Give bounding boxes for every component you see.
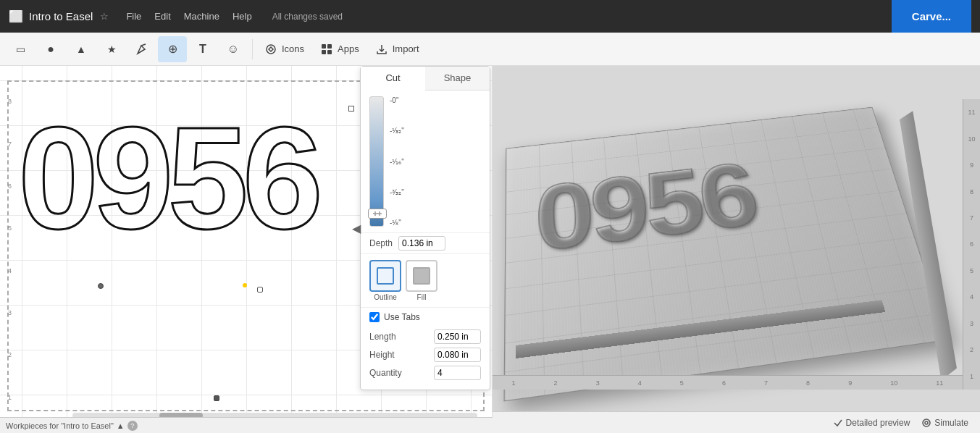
depth-marks: -0" -¹⁄₃₂" -¹⁄₁₆" -³⁄₃₂" -¹⁄₈" [390, 96, 404, 227]
apps-tool[interactable]: Apps [313, 36, 367, 62]
toolbar-separator-1 [252, 39, 253, 59]
simulate-button[interactable]: Simulate [921, 418, 968, 428]
carve-button[interactable]: Carve... [892, 0, 971, 33]
menu-help[interactable]: Help [233, 11, 252, 22]
preview-footer: Detailed preview Simulate [493, 411, 980, 433]
menu-machine[interactable]: Machine [184, 11, 219, 22]
import-label: Import [393, 43, 419, 54]
height-label: Height [369, 350, 395, 360]
star-tool[interactable]: ★ [97, 36, 126, 62]
triangle-tool[interactable]: ▲ [67, 36, 96, 62]
main-content: 8 7 6 5 4 3 2 1 0956 1 2 3 4 5 6 7 8 [0, 66, 980, 433]
workpieces-label: Workpieces for "Intro to Easel" [6, 421, 114, 430]
length-label: Length [369, 332, 396, 342]
crosshair-tool[interactable]: ⊕ [158, 36, 187, 62]
quantity-field-row: Quantity [369, 366, 481, 380]
tab-cut[interactable]: Cut [361, 67, 425, 91]
svg-point-10 [925, 421, 928, 424]
3d-preview: 0956 1110987654321 1234567891011 [493, 66, 980, 411]
depth-slider[interactable] [369, 96, 384, 227]
svg-rect-3 [327, 44, 332, 49]
quantity-label: Quantity [369, 368, 402, 378]
use-tabs-checkbox[interactable] [369, 312, 380, 322]
ruler-left: 8 7 6 5 4 3 2 1 [0, 80, 13, 419]
detailed-preview-button[interactable]: Detailed preview [833, 418, 910, 428]
selection-handle-ml[interactable] [98, 283, 104, 289]
save-status: All changes saved [272, 12, 343, 22]
outline-cut-button[interactable] [369, 260, 401, 292]
panel-collapse-arrow[interactable]: ◀ [352, 222, 361, 235]
app-title: Intro to Easel [29, 10, 93, 22]
preview-ruler-bottom: 1234567891011 [493, 375, 963, 390]
height-input[interactable] [434, 348, 481, 362]
depth-input[interactable] [398, 236, 445, 251]
svg-rect-4 [322, 50, 326, 54]
fill-cut-button[interactable] [406, 260, 437, 292]
import-tool[interactable]: Import [368, 36, 427, 62]
detailed-preview-label: Detailed preview [846, 418, 910, 428]
canvas-area[interactable]: 8 7 6 5 4 3 2 1 0956 1 2 3 4 5 6 7 8 [0, 66, 493, 433]
use-tabs-row: Use Tabs [361, 307, 490, 327]
tab-shape[interactable]: Shape [425, 67, 490, 90]
selection-handle-br[interactable] [214, 395, 219, 401]
use-tabs-label: Use Tabs [384, 312, 420, 322]
preview-ruler-right: 1110987654321 [963, 99, 980, 390]
panel-tabs: Cut Shape [361, 67, 490, 91]
canvas-design-text: 0956 [18, 106, 317, 251]
depth-label: Depth [369, 238, 393, 248]
svg-rect-2 [322, 44, 326, 49]
depth-row: Depth [361, 232, 490, 253]
toolbar: ▭ ● ▲ ★ ⊕ T ☺ Icons Apps Import [0, 33, 980, 66]
svg-point-1 [267, 45, 275, 54]
text-tool[interactable]: T [188, 36, 217, 62]
svg-line-0 [141, 44, 146, 46]
checkmark-icon [833, 418, 843, 428]
favorite-star-icon[interactable]: ☆ [100, 11, 109, 22]
selection-handle-mr[interactable] [257, 287, 263, 293]
preview-area: 0956 1110987654321 1234567891011 [493, 66, 980, 433]
emoji-tool[interactable]: ☺ [219, 36, 248, 62]
icons-tool[interactable]: Icons [257, 36, 311, 62]
apps-label: Apps [338, 43, 359, 54]
icons-label: Icons [282, 43, 304, 54]
svg-point-9 [923, 419, 930, 426]
length-input[interactable] [434, 329, 481, 344]
simulate-icon [921, 418, 931, 428]
title-bar: ⬜ Intro to Easel ☆ File Edit Machine Hel… [0, 0, 980, 33]
window-icon: ⬜ [9, 9, 23, 23]
svg-rect-5 [327, 50, 332, 54]
selection-handle-tr[interactable] [348, 106, 354, 112]
depth-slider-area: -0" -¹⁄₃₂" -¹⁄₁₆" -³⁄₃₂" -¹⁄₈" [361, 91, 490, 232]
menu-file[interactable]: File [126, 11, 141, 22]
rectangle-tool[interactable]: ▭ [6, 36, 35, 62]
height-field-row: Height [369, 348, 481, 362]
circle-tool[interactable]: ● [36, 36, 65, 62]
workpieces-bar: Workpieces for "Intro to Easel" ▲ ? [0, 417, 493, 433]
fill-label: Fill [417, 293, 427, 301]
menu-edit[interactable]: Edit [154, 11, 170, 22]
quantity-input[interactable] [434, 366, 481, 380]
workpieces-expand-icon[interactable]: ▲ [117, 421, 125, 430]
anchor-point [243, 283, 247, 287]
cut-type-row: Outline Fill [361, 253, 490, 307]
pen-tool[interactable] [127, 36, 156, 62]
cut-shape-panel: ◀ Cut Shape -0" [360, 66, 490, 390]
depth-thumb[interactable] [368, 209, 387, 219]
plate-face: 0956 [503, 107, 948, 402]
tabs-fields: Length Height Quantity [361, 327, 490, 390]
outline-label: Outline [374, 293, 397, 301]
length-field-row: Length [369, 329, 481, 344]
menu-bar: File Edit Machine Help [126, 11, 251, 22]
workpieces-help-icon[interactable]: ? [127, 421, 138, 431]
simulate-label: Simulate [934, 418, 968, 428]
